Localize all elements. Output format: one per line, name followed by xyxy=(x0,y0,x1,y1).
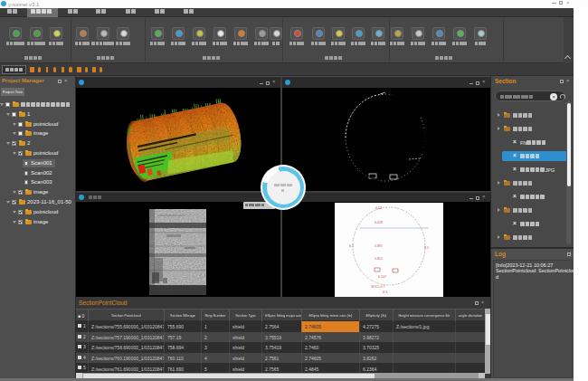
svg-text:6.2: 6.2 xyxy=(424,246,429,250)
svg-text:W:6.2-0.7: W:6.2-0.7 xyxy=(371,285,385,289)
svg-text:5.851: 5.851 xyxy=(375,257,383,261)
svg-text:-8.3: -8.3 xyxy=(382,291,387,294)
svg-text:6.1: 6.1 xyxy=(349,244,354,248)
svg-text:6.107: 6.107 xyxy=(378,275,386,279)
svg-text:6.428: 6.428 xyxy=(375,221,383,224)
svg-text:5.891: 5.891 xyxy=(375,244,383,248)
svg-text:-0.02: -0.02 xyxy=(375,206,382,210)
